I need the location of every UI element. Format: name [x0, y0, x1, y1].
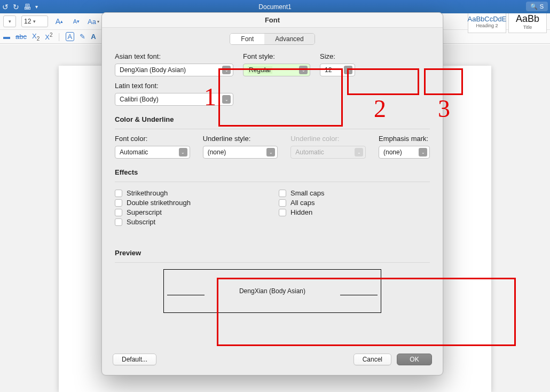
emphasis-value: (none)	[383, 148, 402, 156]
font-color-value: Automatic	[120, 148, 148, 156]
font-family-combo[interactable]: ▾	[3, 15, 16, 27]
dialog-tabs: Font Advanced	[230, 33, 315, 45]
font-color-label: Font color:	[115, 135, 190, 143]
latin-font-value: Calibri (Body)	[120, 96, 159, 103]
dialog-button-bar: Default... Cancel OK	[102, 346, 443, 375]
font-color-button[interactable]: A	[66, 32, 75, 41]
chevron-down-icon: ⌄	[419, 148, 427, 156]
font-dialog: Font Font Advanced Asian text font: Deng…	[101, 12, 443, 375]
dialog-title: Font	[102, 13, 443, 28]
window-titlebar: ↺ ↻ 🖶 ▾ Document1 🔍 S	[0, 0, 550, 13]
chevron-down-icon: ⌄	[179, 148, 187, 156]
font-size-value: 12	[325, 66, 332, 74]
preview-text: DengXian (Body Asian)	[239, 287, 305, 295]
font-color-bar-icon[interactable]: ▬	[3, 33, 10, 41]
qat-overflow-icon[interactable]: ▾	[35, 4, 38, 10]
tab-advanced[interactable]: Advanced	[264, 34, 314, 44]
text-effects-button[interactable]: A	[91, 33, 96, 41]
style-sample: AaBb	[516, 13, 539, 25]
emphasis-label: Emphasis mark:	[379, 135, 430, 143]
chevron-down-icon: ⌄	[266, 148, 275, 156]
style-label: Title	[523, 25, 532, 30]
latin-font-label: Latin text font:	[115, 82, 233, 90]
asian-font-value: DengXian (Body Asian)	[120, 66, 186, 74]
latin-font-select[interactable]: Calibri (Body) ⌄	[115, 93, 233, 106]
font-color-select[interactable]: Automatic ⌄	[115, 146, 190, 159]
increase-font-button[interactable]: A▴	[53, 16, 65, 27]
underline-style-label: Underline style:	[203, 135, 278, 143]
decrease-font-button[interactable]: A▾	[70, 16, 82, 27]
asian-font-select[interactable]: DengXian (Body Asian) ⌄	[115, 64, 233, 76]
chevron-down-icon: ⌄	[222, 66, 231, 74]
font-size-select[interactable]: 12 ⌄	[320, 64, 355, 76]
quick-access-toolbar: ↺ ↻ 🖶 ▾	[2, 0, 38, 13]
checkbox-superscript[interactable]: Superscript	[115, 208, 266, 216]
emphasis-select[interactable]: (none) ⌄	[379, 146, 430, 159]
checkbox-strikethrough[interactable]: Strikethrough	[115, 189, 266, 197]
chevron-down-icon: ▾	[33, 19, 36, 24]
search-icon: 🔍	[530, 3, 538, 10]
style-sample: AaBbCcDdE	[468, 15, 507, 23]
effects-section: Effects	[115, 168, 430, 176]
search-box[interactable]: 🔍 S	[526, 2, 548, 11]
highlight-button[interactable]: ✎	[80, 33, 85, 41]
window-title: Document1	[258, 3, 291, 11]
font-style-label: Font style:	[243, 52, 310, 60]
asian-font-label: Asian text font:	[115, 52, 233, 60]
superscript-button[interactable]: X2	[45, 32, 52, 41]
font-style-select[interactable]: Regular ⌄	[243, 64, 310, 76]
checkbox-small-caps[interactable]: Small caps	[279, 189, 430, 197]
chevron-down-icon: ▾	[9, 19, 11, 24]
chevron-down-icon: ⌄	[355, 148, 363, 156]
checkbox-double-strikethrough[interactable]: Double strikethrough	[115, 199, 266, 207]
color-underline-section: Color & Underline	[115, 115, 430, 123]
strikethrough-button[interactable]: abc	[15, 33, 27, 41]
ok-button[interactable]: OK	[397, 354, 432, 365]
chevron-down-icon: ⌄	[344, 66, 352, 74]
preview-panel: DengXian (Body Asian)	[163, 269, 381, 313]
underline-style-select[interactable]: (none) ⌄	[203, 146, 278, 159]
change-case-button[interactable]: Aa	[88, 16, 99, 27]
print-icon[interactable]: 🖶	[23, 3, 31, 11]
underline-style-value: (none)	[208, 148, 226, 156]
undo-icon[interactable]: ↺	[2, 3, 9, 11]
cancel-button[interactable]: Cancel	[353, 354, 391, 365]
underline-color-value: Automatic	[295, 148, 324, 156]
chevron-down-icon: ⌄	[299, 66, 308, 74]
font-size-value: 12	[24, 18, 31, 25]
preview-section: Preview	[115, 249, 430, 257]
checkbox-subscript[interactable]: Subscript	[115, 218, 266, 226]
redo-icon[interactable]: ↻	[13, 3, 19, 11]
default-button[interactable]: Default...	[113, 354, 156, 365]
font-size-label: Size:	[320, 52, 355, 60]
style-label: Heading 2	[476, 23, 498, 28]
subscript-button[interactable]: X2	[32, 32, 40, 42]
tab-font[interactable]: Font	[230, 34, 264, 44]
underline-color-select: Automatic ⌄	[290, 146, 366, 159]
chevron-down-icon: ⌄	[222, 95, 231, 104]
search-placeholder: S	[540, 3, 544, 10]
underline-color-label: Underline color:	[290, 135, 366, 143]
checkbox-all-caps[interactable]: All caps	[279, 199, 430, 207]
checkbox-hidden[interactable]: Hidden	[279, 208, 430, 216]
font-style-value: Regular	[248, 66, 272, 74]
font-size-combo[interactable]: 12 ▾	[21, 15, 48, 27]
